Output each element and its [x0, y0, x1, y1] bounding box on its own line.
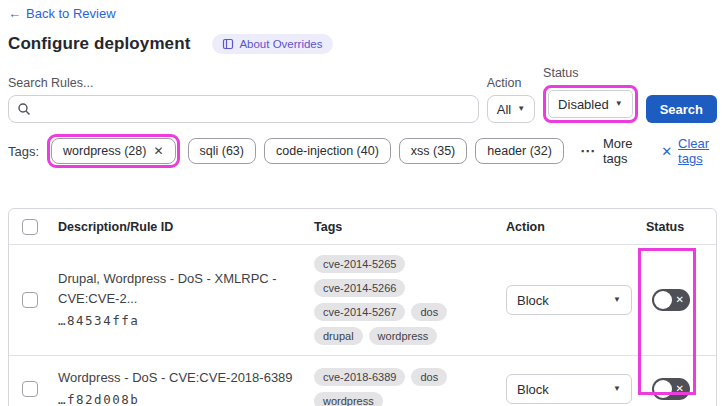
- back-to-review-link[interactable]: ←Back to Review: [8, 6, 116, 21]
- tag-chip-label: sqli (63): [200, 144, 244, 158]
- rule-tag-pill: wordpress: [314, 392, 383, 406]
- back-arrow-icon: ←: [8, 6, 21, 21]
- rules-table: Description/Rule ID Tags Action Status D…: [8, 208, 717, 406]
- status-toggle-off[interactable]: ✕: [652, 289, 690, 311]
- rule-tag-pill: cve-2014-5265: [314, 255, 405, 273]
- action-filter-value: All: [497, 102, 511, 117]
- rule-tags: cve-2014-5265 cve-2014-5266 cve-2014-526…: [306, 245, 498, 355]
- tag-chip-header[interactable]: header (32): [475, 138, 564, 164]
- tag-chip-label: xss (35): [411, 144, 455, 158]
- table-row: Wordpress - DoS - CVE:CVE-2018-6389 …f82…: [9, 355, 716, 406]
- clear-tags-label: Clear tags: [678, 136, 717, 166]
- column-header-action: Action: [498, 220, 638, 234]
- search-rules-label: Search Rules...: [8, 76, 479, 90]
- about-overrides-badge[interactable]: About Overrides: [212, 34, 332, 54]
- rule-tag-pill: cve-2014-5267: [314, 303, 405, 321]
- rule-tag-pill: cve-2014-5266: [314, 279, 405, 297]
- more-tags-label: More tags: [603, 136, 639, 166]
- action-select-value: Block: [517, 293, 549, 308]
- back-link-label: Back to Review: [26, 6, 116, 21]
- table-row: Drupal, Wordpress - DoS - XMLRPC - CVE:C…: [9, 245, 716, 355]
- search-rules-input[interactable]: [8, 95, 479, 123]
- more-tags-button[interactable]: ⋯ More tags: [580, 136, 639, 166]
- ellipsis-icon: ⋯: [580, 142, 596, 160]
- rule-id: …84534ffa: [58, 312, 306, 331]
- column-header-status: Status: [638, 220, 716, 234]
- annotation-box-selected-tag: wordpress (28) ✕: [47, 134, 179, 168]
- clear-tags-link[interactable]: ✕ Clear tags: [661, 136, 717, 166]
- table-header-row: Description/Rule ID Tags Action Status: [9, 209, 716, 245]
- tag-chip-sqli[interactable]: sqli (63): [188, 138, 256, 164]
- rule-tag-pill: cve-2018-6389: [314, 368, 405, 386]
- row-checkbox[interactable]: [22, 292, 38, 308]
- rule-tag-pill: wordpress: [369, 327, 438, 345]
- annotation-box-status-filter: Disabled ▼: [543, 85, 638, 123]
- tags-label: Tags:: [8, 144, 39, 159]
- column-header-description: Description/Rule ID: [50, 220, 306, 234]
- tag-chip-wordpress[interactable]: wordpress (28) ✕: [51, 138, 175, 164]
- tag-chip-label: code-injection (40): [276, 144, 379, 158]
- chevron-down-icon: ▼: [615, 100, 623, 108]
- row-checkbox[interactable]: [22, 381, 38, 397]
- tag-chip-label: header (32): [487, 144, 552, 158]
- rule-description: Drupal, Wordpress - DoS - XMLRPC - CVE:C…: [58, 269, 306, 308]
- close-icon: ✕: [661, 144, 672, 159]
- chevron-down-icon: ▼: [613, 296, 621, 304]
- search-icon: [17, 102, 31, 120]
- configure-deployment-page: ←Back to Review Configure deployment Abo…: [0, 0, 725, 406]
- close-icon[interactable]: ✕: [153, 144, 163, 158]
- chevron-down-icon: ▼: [613, 385, 621, 393]
- action-filter-dropdown[interactable]: All ▼: [487, 95, 535, 123]
- status-filter-value: Disabled: [558, 97, 609, 112]
- tag-chip-xss[interactable]: xss (35): [399, 138, 467, 164]
- status-toggle-off[interactable]: ✕: [652, 378, 690, 400]
- about-overrides-label: About Overrides: [239, 38, 322, 50]
- column-header-tags: Tags: [306, 220, 498, 234]
- rule-tags: cve-2018-6389 dos wordpress: [306, 358, 498, 406]
- rule-id: …f82d008b: [58, 391, 306, 406]
- action-filter-label: Action: [487, 76, 535, 90]
- action-select[interactable]: Block ▼: [506, 374, 632, 404]
- toggle-x-icon: ✕: [676, 293, 684, 307]
- rule-description: Wordpress - DoS - CVE:CVE-2018-6389: [58, 368, 306, 388]
- rule-tag-pill: dos: [411, 368, 447, 386]
- status-filter-dropdown[interactable]: Disabled ▼: [548, 90, 633, 118]
- select-all-checkbox[interactable]: [22, 219, 38, 235]
- action-select[interactable]: Block ▼: [506, 285, 632, 315]
- page-title: Configure deployment: [8, 34, 190, 54]
- toggle-x-icon: ✕: [676, 382, 684, 396]
- title-row: Configure deployment About Overrides: [8, 34, 717, 54]
- action-select-value: Block: [517, 382, 549, 397]
- rule-tag-pill: drupal: [314, 327, 363, 345]
- tag-chip-code-injection[interactable]: code-injection (40): [264, 138, 391, 164]
- status-filter-label: Status: [543, 66, 638, 80]
- tags-bar: Tags: wordpress (28) ✕ sqli (63) code-in…: [8, 134, 717, 168]
- tag-chip-label: wordpress (28): [63, 144, 146, 158]
- filter-row: Search Rules... Action All ▼ Status: [8, 66, 717, 123]
- book-icon: [222, 38, 234, 50]
- search-button[interactable]: Search: [646, 95, 717, 123]
- rule-tag-pill: dos: [411, 303, 447, 321]
- toggle-knob: [654, 291, 672, 309]
- toggle-knob: [654, 380, 672, 398]
- chevron-down-icon: ▼: [517, 105, 525, 113]
